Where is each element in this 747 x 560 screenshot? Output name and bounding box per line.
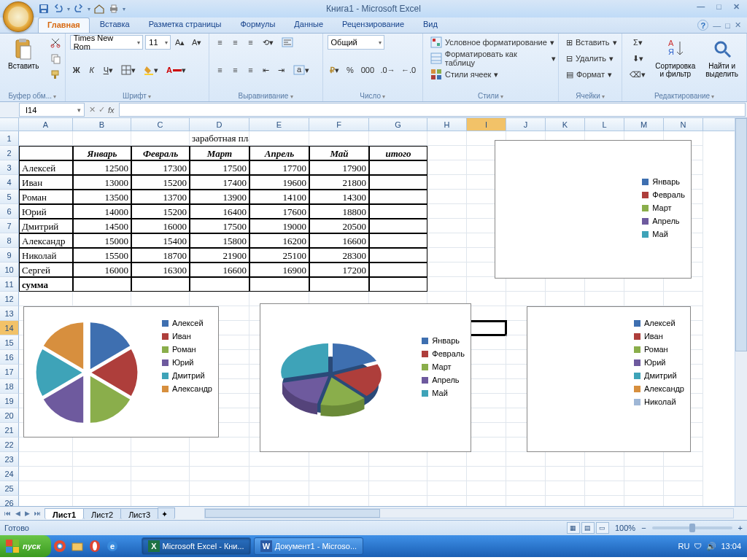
- cell-A5[interactable]: Роман: [19, 190, 73, 204]
- cell-N12[interactable]: [664, 292, 703, 306]
- cell-J12[interactable]: [506, 292, 546, 306]
- cell-A11[interactable]: сумма: [19, 277, 73, 292]
- row-header-1[interactable]: 1: [0, 131, 19, 146]
- cell-G2[interactable]: итого: [369, 146, 427, 160]
- font-family-combo[interactable]: Times New Rom: [70, 35, 144, 50]
- cell-G25[interactable]: [369, 481, 427, 496]
- cell-C24[interactable]: [131, 467, 190, 481]
- cell-L23[interactable]: [585, 452, 624, 467]
- cell-I17[interactable]: [467, 365, 506, 379]
- row-header-15[interactable]: 15: [0, 335, 19, 350]
- cell-I11[interactable]: [467, 277, 506, 292]
- row-header-10[interactable]: 10: [0, 262, 19, 277]
- fill-color-button[interactable]: ▾: [141, 63, 161, 77]
- row-header-3[interactable]: 3: [0, 160, 19, 175]
- cell-D3[interactable]: 17500: [190, 160, 249, 175]
- cell-G26[interactable]: [369, 496, 427, 506]
- fx-icon[interactable]: fx: [108, 106, 115, 114]
- cell-D6[interactable]: 16400: [190, 204, 249, 219]
- sheet-tab-3[interactable]: Лист3: [120, 508, 158, 519]
- col-header-B[interactable]: B: [73, 118, 131, 131]
- tab-view[interactable]: Вид: [414, 18, 446, 33]
- cell-E23[interactable]: [249, 452, 309, 467]
- col-header-A[interactable]: A: [19, 118, 73, 131]
- mdi-restore-button[interactable]: □: [725, 21, 730, 30]
- view-layout-button[interactable]: ▤: [581, 522, 595, 534]
- cell-F25[interactable]: [309, 481, 369, 496]
- cell-G4[interactable]: [369, 175, 427, 190]
- cell-C25[interactable]: [131, 481, 190, 496]
- cell-F26[interactable]: [309, 496, 369, 506]
- cell-I13[interactable]: [467, 306, 506, 321]
- cell-L26[interactable]: [585, 496, 624, 506]
- cell-J23[interactable]: [506, 452, 546, 467]
- tab-home[interactable]: Главная: [38, 18, 90, 33]
- cell-I15[interactable]: [467, 335, 506, 350]
- cell-F7[interactable]: 20500: [309, 219, 369, 233]
- cell-C22[interactable]: [131, 438, 190, 452]
- cell-J26[interactable]: [506, 496, 546, 506]
- tb-folder-icon[interactable]: [70, 539, 85, 553]
- enter-formula-icon[interactable]: ✓: [98, 105, 105, 114]
- cell-F24[interactable]: [309, 467, 369, 481]
- chart-pie-3d-months[interactable]: Январь Февраль Март Апрель Май: [260, 303, 471, 452]
- autosum-button[interactable]: Σ▾: [627, 35, 649, 50]
- cell-I18[interactable]: [467, 379, 506, 394]
- sheet-prev-icon[interactable]: ◀: [14, 510, 22, 517]
- cell-H11[interactable]: [427, 277, 467, 292]
- percent-button[interactable]: %: [344, 63, 357, 77]
- cell-D7[interactable]: 17500: [190, 219, 249, 233]
- cell-D1[interactable]: заработная плата: [190, 131, 249, 146]
- number-format-combo[interactable]: Общий: [328, 35, 384, 50]
- cell-B3[interactable]: 12500: [73, 160, 131, 175]
- chart-pie-names[interactable]: Алексей Иван Роман Юрий Дмитрий Александ…: [23, 306, 219, 438]
- close-button[interactable]: ✕: [730, 2, 743, 12]
- cell-I14[interactable]: [467, 321, 506, 335]
- cell-C8[interactable]: 15400: [131, 233, 190, 248]
- cell-M26[interactable]: [624, 496, 664, 506]
- tray-shield-icon[interactable]: 🛡: [694, 542, 702, 551]
- cell-H8[interactable]: [427, 233, 467, 248]
- row-header-20[interactable]: 20: [0, 408, 19, 423]
- cell-B25[interactable]: [73, 481, 131, 496]
- cell-B4[interactable]: 13000: [73, 175, 131, 190]
- bold-button[interactable]: Ж: [70, 63, 83, 77]
- col-header-N[interactable]: N: [664, 118, 703, 131]
- row-header-11[interactable]: 11: [0, 277, 19, 292]
- col-header-M[interactable]: M: [624, 118, 664, 131]
- col-header-H[interactable]: H: [427, 118, 467, 131]
- italic-button[interactable]: К: [85, 63, 98, 77]
- row-header-19[interactable]: 19: [0, 394, 19, 408]
- cell-K25[interactable]: [546, 481, 585, 496]
- cell-G1[interactable]: [369, 131, 427, 146]
- taskbar-item-word[interactable]: W Документ1 - Microso...: [254, 537, 363, 555]
- align-right-button[interactable]: ≡: [244, 63, 258, 77]
- cell-A12[interactable]: [19, 292, 73, 306]
- sheet-last-icon[interactable]: ⏭: [33, 510, 42, 517]
- cell-I24[interactable]: [467, 467, 506, 481]
- tray-volume-icon[interactable]: 🔊: [706, 542, 716, 551]
- cell-N23[interactable]: [664, 452, 703, 467]
- cell-B12[interactable]: [73, 292, 131, 306]
- vertical-scrollbar[interactable]: [735, 118, 747, 506]
- cell-C26[interactable]: [131, 496, 190, 506]
- cell-H4[interactable]: [427, 175, 467, 190]
- undo-icon[interactable]: [53, 3, 64, 15]
- sheet-tab-1[interactable]: Лист1: [44, 508, 84, 519]
- start-button[interactable]: пуск: [0, 535, 51, 557]
- increase-decimal-button[interactable]: .0→: [379, 63, 398, 77]
- cell-N24[interactable]: [664, 467, 703, 481]
- cell-B6[interactable]: 14000: [73, 204, 131, 219]
- cell-G23[interactable]: [369, 452, 427, 467]
- cell-L25[interactable]: [585, 481, 624, 496]
- col-header-F[interactable]: F: [309, 118, 369, 131]
- mdi-close-button[interactable]: ✕: [735, 20, 741, 30]
- align-bottom-button[interactable]: ≡: [244, 35, 258, 50]
- cell-J25[interactable]: [506, 481, 546, 496]
- cell-H1[interactable]: [427, 131, 467, 146]
- cell-K11[interactable]: [546, 277, 585, 292]
- row-header-7[interactable]: 7: [0, 219, 19, 233]
- mdi-minimize-button[interactable]: —: [713, 21, 721, 30]
- cell-E9[interactable]: 25100: [249, 248, 309, 262]
- cell-C23[interactable]: [131, 452, 190, 467]
